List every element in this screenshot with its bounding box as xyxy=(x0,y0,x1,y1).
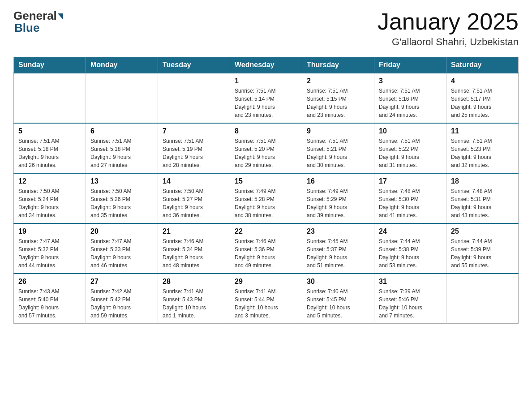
calendar-cell: 8Sunrise: 7:51 AMSunset: 5:20 PMDaylight… xyxy=(230,123,302,173)
day-header-tuesday: Tuesday xyxy=(158,57,230,73)
calendar-cell: 15Sunrise: 7:49 AMSunset: 5:28 PMDayligh… xyxy=(230,173,302,223)
day-info: Sunrise: 7:44 AMSunset: 5:39 PMDaylight:… xyxy=(451,237,514,270)
day-info: Sunrise: 7:51 AMSunset: 5:14 PMDaylight:… xyxy=(235,87,297,119)
calendar-cell: 10Sunrise: 7:51 AMSunset: 5:22 PMDayligh… xyxy=(374,123,446,173)
day-info: Sunrise: 7:51 AMSunset: 5:17 PMDaylight:… xyxy=(451,87,514,119)
day-info: Sunrise: 7:46 AMSunset: 5:34 PMDaylight:… xyxy=(163,237,225,270)
calendar-cell xyxy=(158,73,230,123)
day-info: Sunrise: 7:47 AMSunset: 5:32 PMDaylight:… xyxy=(18,237,81,270)
week-row-3: 12Sunrise: 7:50 AMSunset: 5:24 PMDayligh… xyxy=(14,173,519,223)
calendar-cell xyxy=(86,73,158,123)
day-info: Sunrise: 7:49 AMSunset: 5:29 PMDaylight:… xyxy=(307,187,369,219)
day-number: 4 xyxy=(451,77,514,85)
calendar-cell: 6Sunrise: 7:51 AMSunset: 5:18 PMDaylight… xyxy=(86,123,158,173)
calendar-header: SundayMondayTuesdayWednesdayThursdayFrid… xyxy=(14,57,519,73)
day-info: Sunrise: 7:51 AMSunset: 5:23 PMDaylight:… xyxy=(451,137,514,169)
calendar-cell: 26Sunrise: 7:43 AMSunset: 5:40 PMDayligh… xyxy=(14,274,86,324)
day-number: 16 xyxy=(307,177,369,185)
day-header-thursday: Thursday xyxy=(302,57,374,73)
day-number: 20 xyxy=(90,227,153,235)
days-row: SundayMondayTuesdayWednesdayThursdayFrid… xyxy=(14,57,519,73)
day-info: Sunrise: 7:45 AMSunset: 5:37 PMDaylight:… xyxy=(307,237,369,270)
day-number: 15 xyxy=(235,177,297,185)
day-info: Sunrise: 7:51 AMSunset: 5:18 PMDaylight:… xyxy=(18,137,81,169)
day-info: Sunrise: 7:44 AMSunset: 5:38 PMDaylight:… xyxy=(379,237,442,270)
day-number: 10 xyxy=(379,127,442,135)
day-info: Sunrise: 7:51 AMSunset: 5:22 PMDaylight:… xyxy=(379,137,442,169)
calendar-table: SundayMondayTuesdayWednesdayThursdayFrid… xyxy=(13,57,519,324)
calendar-subtitle: G'allaorol Shahri, Uzbekistan xyxy=(378,36,519,48)
calendar-cell: 23Sunrise: 7:45 AMSunset: 5:37 PMDayligh… xyxy=(302,223,374,274)
week-row-5: 26Sunrise: 7:43 AMSunset: 5:40 PMDayligh… xyxy=(14,274,519,324)
day-info: Sunrise: 7:42 AMSunset: 5:42 PMDaylight:… xyxy=(90,287,153,320)
calendar-cell: 20Sunrise: 7:47 AMSunset: 5:33 PMDayligh… xyxy=(86,223,158,274)
calendar-cell: 13Sunrise: 7:50 AMSunset: 5:26 PMDayligh… xyxy=(86,173,158,223)
day-number: 19 xyxy=(18,227,81,235)
day-number: 27 xyxy=(90,278,153,286)
logo-blue-text: Blue xyxy=(13,21,39,35)
calendar-cell: 27Sunrise: 7:42 AMSunset: 5:42 PMDayligh… xyxy=(86,274,158,324)
day-number: 21 xyxy=(163,227,225,235)
calendar-cell: 31Sunrise: 7:39 AMSunset: 5:46 PMDayligh… xyxy=(374,274,446,324)
week-row-4: 19Sunrise: 7:47 AMSunset: 5:32 PMDayligh… xyxy=(14,223,519,274)
day-number: 24 xyxy=(379,227,442,235)
day-info: Sunrise: 7:51 AMSunset: 5:18 PMDaylight:… xyxy=(90,137,153,169)
day-number: 14 xyxy=(163,177,225,185)
title-area: January 2025 G'allaorol Shahri, Uzbekist… xyxy=(378,9,519,48)
calendar-cell: 3Sunrise: 7:51 AMSunset: 5:16 PMDaylight… xyxy=(374,73,446,123)
day-info: Sunrise: 7:50 AMSunset: 5:26 PMDaylight:… xyxy=(90,187,153,219)
calendar-cell: 9Sunrise: 7:51 AMSunset: 5:21 PMDaylight… xyxy=(302,123,374,173)
day-info: Sunrise: 7:47 AMSunset: 5:33 PMDaylight:… xyxy=(90,237,153,270)
day-number: 8 xyxy=(235,127,297,135)
week-row-1: 1Sunrise: 7:51 AMSunset: 5:14 PMDaylight… xyxy=(14,73,519,123)
day-header-saturday: Saturday xyxy=(446,57,519,73)
day-number: 25 xyxy=(451,227,514,235)
day-number: 23 xyxy=(307,227,369,235)
day-info: Sunrise: 7:51 AMSunset: 5:20 PMDaylight:… xyxy=(235,137,297,169)
day-info: Sunrise: 7:39 AMSunset: 5:46 PMDaylight:… xyxy=(379,287,442,320)
calendar-body: 1Sunrise: 7:51 AMSunset: 5:14 PMDaylight… xyxy=(14,73,519,324)
day-number: 1 xyxy=(235,77,297,85)
day-number: 29 xyxy=(235,278,297,286)
calendar-cell: 2Sunrise: 7:51 AMSunset: 5:15 PMDaylight… xyxy=(302,73,374,123)
day-number: 17 xyxy=(379,177,442,185)
day-number: 28 xyxy=(163,278,225,286)
calendar-cell: 21Sunrise: 7:46 AMSunset: 5:34 PMDayligh… xyxy=(158,223,230,274)
calendar-cell: 18Sunrise: 7:48 AMSunset: 5:31 PMDayligh… xyxy=(446,173,519,223)
calendar-cell: 1Sunrise: 7:51 AMSunset: 5:14 PMDaylight… xyxy=(230,73,302,123)
day-number: 13 xyxy=(90,177,153,185)
day-info: Sunrise: 7:49 AMSunset: 5:28 PMDaylight:… xyxy=(235,187,297,219)
calendar-title: January 2025 xyxy=(378,9,519,34)
day-info: Sunrise: 7:41 AMSunset: 5:44 PMDaylight:… xyxy=(235,287,297,320)
day-number: 22 xyxy=(235,227,297,235)
calendar-cell: 25Sunrise: 7:44 AMSunset: 5:39 PMDayligh… xyxy=(446,223,519,274)
logo-arrow-icon xyxy=(58,13,63,20)
day-number: 18 xyxy=(451,177,514,185)
day-info: Sunrise: 7:51 AMSunset: 5:19 PMDaylight:… xyxy=(163,137,225,169)
day-number: 7 xyxy=(163,127,225,135)
day-number: 30 xyxy=(307,278,369,286)
day-info: Sunrise: 7:40 AMSunset: 5:45 PMDaylight:… xyxy=(307,287,369,320)
day-header-monday: Monday xyxy=(86,57,158,73)
day-number: 3 xyxy=(379,77,442,85)
day-header-wednesday: Wednesday xyxy=(230,57,302,73)
calendar-cell: 24Sunrise: 7:44 AMSunset: 5:38 PMDayligh… xyxy=(374,223,446,274)
day-info: Sunrise: 7:51 AMSunset: 5:15 PMDaylight:… xyxy=(307,87,369,119)
day-number: 31 xyxy=(379,278,442,286)
page-header: General Blue January 2025 G'allaorol Sha… xyxy=(13,9,519,48)
day-number: 5 xyxy=(18,127,81,135)
day-number: 12 xyxy=(18,177,81,185)
calendar-cell: 14Sunrise: 7:50 AMSunset: 5:27 PMDayligh… xyxy=(158,173,230,223)
day-info: Sunrise: 7:51 AMSunset: 5:21 PMDaylight:… xyxy=(307,137,369,169)
day-info: Sunrise: 7:50 AMSunset: 5:24 PMDaylight:… xyxy=(18,187,81,219)
calendar-cell: 22Sunrise: 7:46 AMSunset: 5:36 PMDayligh… xyxy=(230,223,302,274)
calendar-cell xyxy=(446,274,519,324)
day-number: 6 xyxy=(90,127,153,135)
calendar-cell: 19Sunrise: 7:47 AMSunset: 5:32 PMDayligh… xyxy=(14,223,86,274)
day-number: 2 xyxy=(307,77,369,85)
calendar-cell: 12Sunrise: 7:50 AMSunset: 5:24 PMDayligh… xyxy=(14,173,86,223)
day-info: Sunrise: 7:41 AMSunset: 5:43 PMDaylight:… xyxy=(163,287,225,320)
day-number: 11 xyxy=(451,127,514,135)
calendar-cell xyxy=(14,73,86,123)
week-row-2: 5Sunrise: 7:51 AMSunset: 5:18 PMDaylight… xyxy=(14,123,519,173)
